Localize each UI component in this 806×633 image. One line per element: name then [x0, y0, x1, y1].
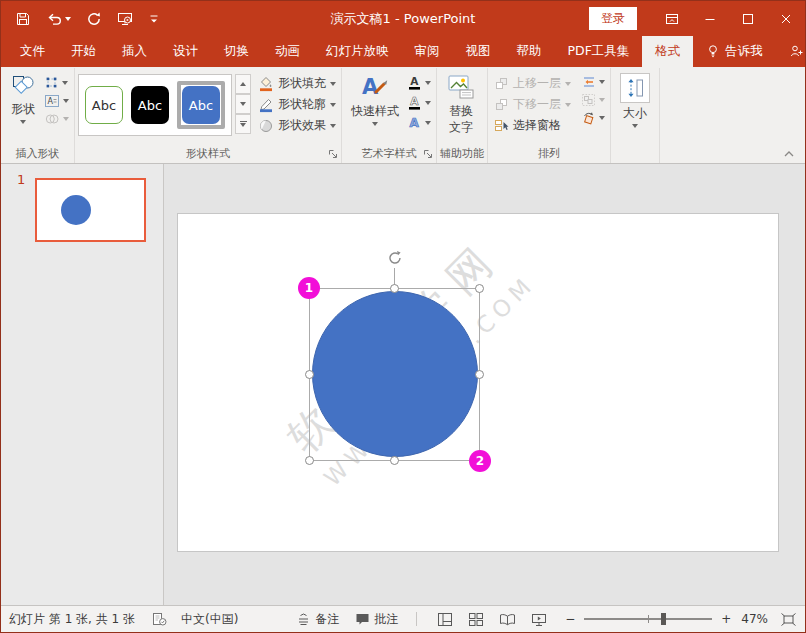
close-button[interactable] [767, 1, 805, 36]
zoom-in-button[interactable]: + [721, 612, 731, 626]
tab-transitions[interactable]: 切换 [211, 36, 262, 67]
shapes-button[interactable]: 形状 [4, 70, 42, 145]
tab-format[interactable]: 格式 [642, 36, 693, 67]
statusbar-right: − + 47% [400, 612, 797, 627]
reading-view-button[interactable] [499, 612, 516, 626]
tab-animations[interactable]: 动画 [262, 36, 313, 67]
zoom-slider-thumb[interactable] [661, 613, 666, 625]
down-arrow-icon [240, 123, 246, 127]
tab-design[interactable]: 设计 [160, 36, 211, 67]
text-effects-button[interactable]: A [405, 115, 433, 131]
quick-styles-button[interactable]: A 快速样式 [345, 70, 405, 145]
wordart-minibuttons: A A A [405, 70, 433, 145]
reading-view-icon [499, 612, 516, 626]
resize-handle-middle-right[interactable] [475, 370, 484, 379]
sign-in-button[interactable]: 登录 [589, 7, 637, 30]
group-objects-button[interactable] [579, 93, 607, 107]
group-accessibility: 替换 文字 辅助功能 [437, 68, 488, 163]
slide-thumbnail-1[interactable] [35, 178, 146, 242]
minimize-button[interactable] [691, 1, 729, 36]
group-size: 大小 [611, 68, 660, 163]
start-slideshow-button[interactable] [117, 11, 134, 27]
dropdown-arrow-icon [63, 117, 69, 121]
slide-counter: 幻灯片 第 1 张, 共 1 张 [9, 611, 135, 628]
zoom-level[interactable]: 47% [741, 612, 768, 626]
size-icon-frame [620, 73, 650, 103]
gallery-scroll-up-button[interactable] [235, 74, 251, 94]
rotation-handle-stem [394, 268, 395, 285]
normal-view-button[interactable] [437, 612, 453, 627]
tab-view[interactable]: 视图 [453, 36, 504, 67]
bring-forward-button[interactable]: 上移一层 [494, 75, 571, 92]
status-bar: 幻灯片 第 1 张, 共 1 张 中文(中国) 备注 批注 [1, 605, 805, 632]
dropdown-arrow-icon [425, 101, 431, 105]
maximize-button[interactable] [729, 1, 767, 36]
slide-canvas[interactable]: 软件自学网 WWW.RJZXW.COM [177, 213, 779, 552]
shape-style-swatch-1[interactable]: Abc [85, 86, 123, 124]
tab-help[interactable]: 帮助 [504, 36, 555, 67]
callout-badge-1: 1 [298, 277, 320, 299]
gallery-scroll-down-button[interactable] [235, 94, 251, 114]
text-fill-button[interactable]: A [405, 75, 433, 91]
tab-file[interactable]: 文件 [7, 36, 58, 67]
repeat-button[interactable] [86, 11, 102, 27]
shape-style-swatch-2[interactable]: Abc [131, 86, 169, 124]
rotation-handle[interactable] [386, 249, 404, 267]
undo-button[interactable] [46, 11, 71, 27]
zoom-controls: − + [565, 612, 731, 626]
collapse-ribbon-icon [783, 150, 795, 158]
accessibility-check-button[interactable] [151, 612, 167, 627]
resize-handle-bottom-left[interactable] [305, 456, 314, 465]
send-backward-button[interactable]: 下移一层 [494, 96, 571, 113]
tell-me-button[interactable]: 告诉我 [693, 36, 776, 67]
tab-review[interactable]: 审阅 [402, 36, 453, 67]
tab-slideshow[interactable]: 幻灯片放映 [313, 36, 402, 67]
tab-home[interactable]: 开始 [58, 36, 109, 67]
collapse-ribbon-button[interactable] [783, 150, 795, 158]
merge-shapes-button[interactable] [42, 112, 71, 126]
align-button[interactable] [579, 75, 607, 89]
zoom-out-button[interactable]: − [565, 612, 575, 626]
edit-shape-button[interactable] [42, 75, 71, 90]
undo-dropdown-arrow-icon[interactable] [65, 17, 71, 21]
save-button[interactable] [15, 11, 31, 27]
tab-pdf-tools[interactable]: PDF工具集 [555, 36, 643, 67]
gallery-more-button[interactable] [235, 114, 251, 134]
wordart-dialog-launcher[interactable] [423, 149, 433, 159]
slideshow-view-button[interactable] [531, 612, 547, 627]
shape-style-swatch-3-selected[interactable]: Abc [177, 81, 225, 129]
alt-text-button[interactable]: 替换 文字 [440, 70, 482, 145]
text-outline-button[interactable]: A [405, 95, 433, 111]
ribbon-display-options-button[interactable] [653, 1, 691, 36]
shape-fill-button[interactable]: 形状填充 [258, 75, 336, 92]
quick-access-toolbar [15, 11, 159, 27]
thumbnail-circle-shape [61, 195, 91, 225]
resize-handle-bottom-middle[interactable] [390, 456, 399, 465]
customize-qat-button[interactable] [149, 13, 159, 25]
comments-icon [355, 612, 370, 626]
group-label-shape-styles: 形状样式 [78, 145, 338, 163]
slide-sorter-view-button[interactable] [468, 612, 484, 627]
resize-handle-top-middle[interactable] [390, 284, 399, 293]
selection-pane-button[interactable]: 选择窗格 [494, 117, 571, 134]
fit-to-window-button[interactable] [780, 612, 797, 627]
size-button[interactable]: 大小 [614, 70, 656, 145]
text-box-button[interactable]: A [42, 94, 71, 108]
text-box-icon: A [44, 94, 60, 108]
shape-outline-button[interactable]: 形状轮廓 [258, 96, 336, 113]
shape-effects-button[interactable]: 形状效果 [258, 117, 336, 134]
shape-style-swatch-3[interactable]: Abc [182, 86, 220, 124]
rotate-objects-button[interactable] [579, 111, 607, 125]
tab-insert[interactable]: 插入 [109, 36, 160, 67]
language-indicator[interactable]: 中文(中国) [181, 611, 238, 628]
svg-text:A: A [410, 75, 419, 87]
shape-styles-dialog-launcher[interactable] [328, 149, 338, 159]
comments-button[interactable]: 批注 [355, 611, 398, 628]
share-button[interactable]: 共享 [776, 36, 806, 67]
resize-handle-top-right[interactable] [475, 284, 484, 293]
zoom-slider[interactable] [584, 618, 712, 620]
notes-button[interactable]: 备注 [296, 611, 339, 628]
resize-handle-middle-left[interactable] [305, 370, 314, 379]
slide-thumbnails-panel: 1 [1, 164, 164, 605]
rotate-handle-icon [386, 249, 404, 267]
